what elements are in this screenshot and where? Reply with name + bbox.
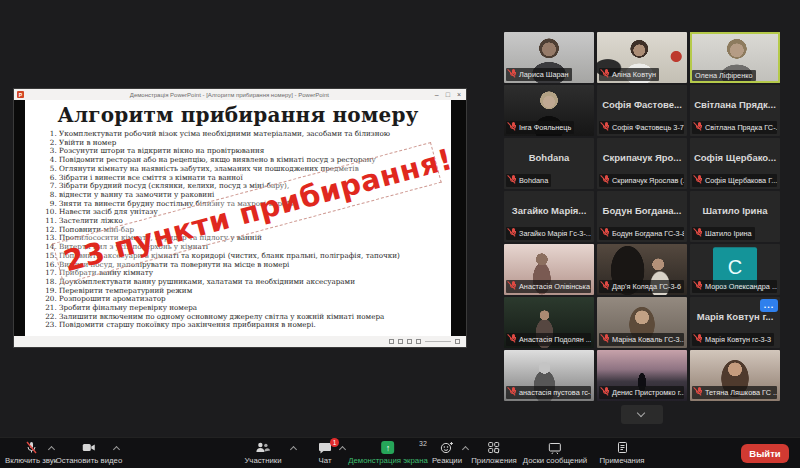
participant-name-tag: анастасія пустова гс-... — [506, 386, 591, 399]
participant-tile[interactable]: Бодун Богдана... Бодун Богдана ГС-3-8 — [597, 191, 687, 242]
apps-button[interactable]: Приложения — [471, 441, 517, 465]
participant-tile[interactable]: Софія Фастове... Софія Фастовець 3-7 — [597, 85, 687, 136]
muted-mic-icon — [509, 228, 517, 239]
share-screen-button-active[interactable]: ↑ Демонстрация экрана — [348, 441, 428, 465]
participant-tile[interactable]: Маріна Коваль ГС-3... — [597, 297, 687, 348]
muted-mic-icon — [695, 334, 703, 345]
participants-icon — [256, 441, 271, 454]
muted-mic-icon — [695, 122, 703, 133]
participant-tile[interactable]: Аліна Ковтун — [597, 32, 687, 83]
apps-icon — [488, 441, 501, 454]
zoom-slider[interactable] — [425, 341, 451, 342]
participant-tile[interactable]: Денис Пристромко г... — [597, 350, 687, 401]
reactions-options-chevron[interactable] — [462, 446, 469, 453]
unmute-button[interactable]: Включить звук — [5, 441, 57, 465]
participant-name-tag: Олена Ліфіренко — [692, 70, 756, 81]
slide: Алгоритм прибирання номеру Укомплектуват… — [25, 100, 451, 338]
participant-display-name: Марія Ковтун г... — [690, 311, 780, 322]
muted-mic-icon — [509, 69, 517, 80]
gallery-scroll-down-button[interactable] — [621, 405, 663, 424]
participant-display-name: Світлана Прядк... — [690, 99, 780, 110]
close-icon[interactable]: × — [457, 91, 461, 98]
participant-name-tag: Маріна Коваль ГС-3... — [599, 333, 684, 346]
maximize-icon[interactable]: □ — [446, 91, 450, 98]
minimize-icon[interactable]: – — [435, 91, 439, 98]
muted-mic-icon — [695, 387, 703, 398]
whiteboards-button[interactable]: Доски сообщений — [523, 441, 587, 465]
participant-tile[interactable]: Лариса Шаран — [504, 32, 594, 83]
participant-tile[interactable]: Скрипачук Яро... Скрипачук Ярослав (... — [597, 138, 687, 189]
participant-name-tag: Тетяна Ляшкова ГС ... — [692, 386, 777, 399]
list-item: Укомплектувати робочий візок усіма необх… — [59, 130, 451, 139]
muted-mic-icon — [602, 387, 610, 398]
participant-display-name: Загайко Марія... — [504, 205, 594, 216]
participants-options-chevron[interactable] — [290, 446, 297, 453]
participant-name-tag: Шатило Ірина — [692, 227, 755, 240]
participant-tile[interactable]: ... Марія Ковтун г... Марія Ковтун гс-3-… — [690, 297, 780, 348]
chat-unread-badge: 1 — [330, 438, 339, 447]
participant-name-tag: Bohdana — [506, 174, 551, 187]
participant-tile[interactable]: анастасія пустова гс-... — [504, 350, 594, 401]
participant-tile-active-speaker[interactable]: Олена Ліфіренко — [690, 32, 780, 83]
participant-display-name: Скрипачук Яро... — [597, 152, 687, 163]
meeting-toolbar: Включить звук Остановить видео Участники… — [0, 437, 800, 468]
view-normal-icon[interactable] — [389, 339, 394, 344]
stop-video-button[interactable]: Остановить видео — [56, 441, 122, 465]
muted-mic-icon — [695, 175, 703, 186]
view-reading-icon[interactable] — [407, 339, 412, 344]
zoom-meeting-window: P Демонстрація PowerPoint - [Алгоритм пр… — [0, 0, 800, 468]
list-item: Повідомити старшу покоївку про закінченн… — [59, 321, 451, 330]
powerpoint-titlebar: P Демонстрація PowerPoint - [Алгоритм пр… — [14, 89, 466, 100]
view-sorter-icon[interactable] — [398, 339, 403, 344]
powerpoint-app-icon: P — [17, 91, 24, 98]
notes-button[interactable]: Примечания — [599, 441, 644, 465]
participants-button[interactable]: Участники — [244, 441, 281, 465]
participant-tile[interactable]: Анастасія Олівінська ... — [504, 244, 594, 295]
participant-tile[interactable]: Світлана Прядк... Світлана Прядка ГС-... — [690, 85, 780, 136]
participant-name-tag: Анастасія Олівінська ... — [506, 280, 591, 293]
window-title: Демонстрація PowerPoint - [Алгоритм приб… — [24, 92, 435, 98]
slide-canvas: Алгоритм прибирання номеру Укомплектуват… — [14, 100, 466, 336]
participant-name-tag: Загайко Марія Гс-3-... — [506, 227, 591, 240]
participant-tile[interactable]: Загайко Марія... Загайко Марія Гс-3-... — [504, 191, 594, 242]
powerpoint-statusbar — [14, 336, 466, 347]
participant-tile[interactable]: Інга Фояльнець — [504, 85, 594, 136]
participant-tile[interactable]: Анастасія Подолян ... — [504, 297, 594, 348]
muted-mic-icon — [602, 122, 610, 133]
participant-name-tag: Аліна Ковтун — [599, 68, 659, 81]
muted-mic-icon — [602, 334, 610, 345]
participant-tile[interactable]: Софія Щербако... Софія Щербакова Г... — [690, 138, 780, 189]
smiley-plus-icon — [440, 441, 454, 454]
participant-display-name: Софія Фастове... — [597, 99, 687, 110]
participant-name-tag: Софія Щербакова Г... — [692, 174, 777, 187]
participant-tile[interactable]: Шатило Ірина Шатило Ірина — [690, 191, 780, 242]
muted-mic-icon — [509, 334, 517, 345]
muted-mic-icon — [509, 175, 517, 186]
whiteboard-icon — [548, 441, 562, 454]
participant-tile[interactable]: Дар'я Коляда ГС-3-6 — [597, 244, 687, 295]
participant-name-tag: Софія Фастовець 3-7 — [599, 121, 684, 134]
participant-name-tag: Скрипачук Ярослав (... — [599, 174, 684, 187]
participant-name-tag: Лариса Шаран — [506, 68, 572, 81]
participant-tile[interactable]: Bohdana Bohdana — [504, 138, 594, 189]
fit-slide-icon[interactable] — [455, 339, 460, 344]
leave-meeting-button[interactable]: Выйти — [741, 444, 789, 463]
participant-name-tag: Мороз Олександра ... — [692, 280, 777, 293]
muted-mic-icon — [602, 69, 610, 80]
participant-tile[interactable]: Тетяна Ляшкова ГС ... — [690, 350, 780, 401]
participant-display-name: Шатило Ірина — [690, 205, 780, 216]
muted-mic-icon — [602, 228, 610, 239]
participant-display-name: Софія Щербако... — [690, 152, 780, 163]
participant-tile[interactable]: С Мороз Олександра ... — [690, 244, 780, 295]
chat-options-chevron[interactable] — [339, 446, 346, 453]
muted-mic-icon — [695, 228, 703, 239]
chevron-down-icon — [637, 409, 645, 417]
share-screen-icon: ↑ — [382, 441, 395, 454]
muted-mic-icon — [602, 281, 610, 292]
view-slideshow-icon[interactable] — [416, 339, 421, 344]
muted-mic-icon — [509, 122, 517, 133]
participant-name-tag: Світлана Прядка ГС-... — [692, 121, 777, 134]
participant-name-tag: Дар'я Коляда ГС-3-6 — [599, 280, 684, 293]
reactions-button[interactable]: Реакции — [432, 441, 462, 465]
muted-mic-icon — [509, 387, 517, 398]
